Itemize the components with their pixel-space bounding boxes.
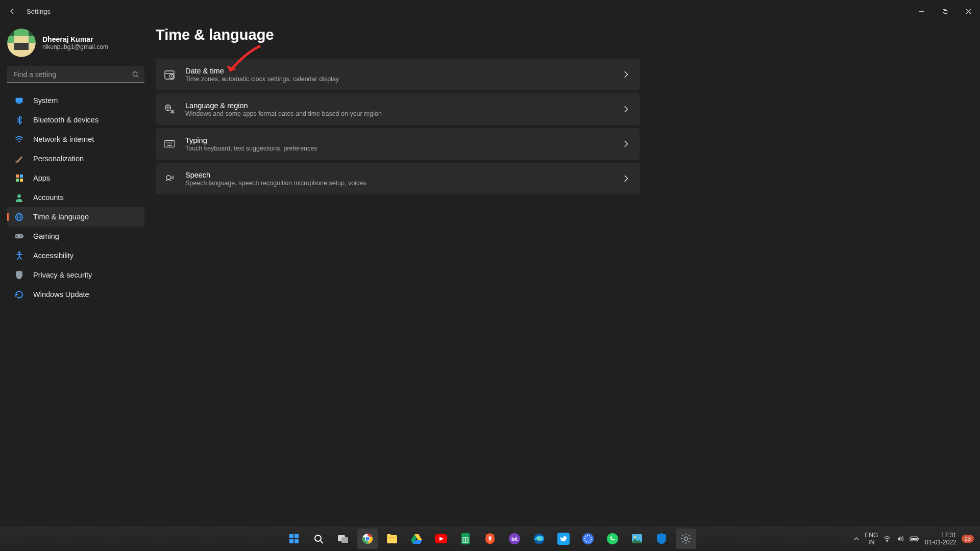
svg-point-19 (20, 236, 21, 237)
svg-rect-6 (17, 103, 20, 104)
app-title: Settings (27, 8, 51, 15)
sidebar-item-label: Gaming (33, 232, 59, 240)
sidebar-item-system[interactable]: System (7, 91, 144, 110)
svg-rect-11 (16, 179, 19, 182)
bluetooth-icon (14, 116, 24, 124)
taskbar-security-icon[interactable] (651, 529, 672, 549)
sidebar-item-label: Accessibility (33, 252, 74, 260)
wifi-icon (14, 136, 24, 143)
monitor-icon (14, 96, 24, 105)
language-indicator[interactable]: ENG IN (865, 532, 878, 546)
card-subtitle: Speech language, speech recognition micr… (185, 180, 366, 187)
sidebar-item-network-internet[interactable]: Network & internet (7, 130, 144, 149)
chevron-right-icon (623, 71, 628, 78)
taskbar-photos-icon[interactable] (627, 529, 647, 549)
calendar-icon (164, 69, 175, 80)
taskbar-right: ENG IN 17:31 01-01-2022 23 (853, 532, 980, 546)
svg-rect-9 (16, 174, 19, 178)
titlebar: Settings (0, 0, 980, 22)
shield-icon (14, 270, 24, 280)
sidebar-item-accounts[interactable]: Accounts (7, 188, 144, 207)
notification-badge[interactable]: 23 (962, 535, 974, 543)
svg-point-64 (684, 537, 688, 541)
sidebar-item-gaming[interactable]: Gaming (7, 227, 144, 246)
tray-expand-chevron-icon[interactable] (853, 536, 860, 542)
sidebar-item-bluetooth-devices[interactable]: Bluetooth & devices (7, 110, 144, 130)
card-title: Date & time (185, 67, 339, 75)
update-icon (14, 290, 24, 299)
svg-text:bit: bit (511, 536, 518, 542)
taskbar-clock[interactable]: 17:31 01-01-2022 (925, 532, 956, 546)
user-email: nikunpubg1@gmail.com (42, 43, 108, 51)
svg-point-47 (365, 537, 370, 541)
svg-point-8 (15, 160, 17, 162)
profile-block[interactable]: Dheeraj Kumar nikunpubg1@gmail.com (7, 28, 144, 66)
taskbar-brave-icon[interactable] (480, 529, 500, 549)
back-button[interactable] (7, 7, 17, 15)
battery-icon[interactable] (910, 536, 920, 542)
svg-text:字: 字 (170, 110, 175, 115)
svg-point-41 (315, 535, 321, 541)
wifi-icon[interactable] (883, 535, 891, 543)
sidebar-item-accessibility[interactable]: Accessibility (7, 246, 144, 265)
maximize-button[interactable] (933, 0, 957, 22)
nav-list: SystemBluetooth & devicesNetwork & inter… (7, 91, 144, 304)
taskbar-explorer-icon[interactable] (382, 529, 402, 549)
sidebar-item-privacy-security[interactable]: Privacy & security (7, 265, 144, 285)
page-title: Time & language (156, 27, 968, 43)
search-icon (132, 71, 139, 79)
svg-point-59 (582, 533, 594, 544)
svg-point-29 (169, 142, 170, 143)
grid-icon (14, 174, 24, 182)
taskbar-twitter-icon[interactable] (553, 529, 574, 549)
settings-card-language-region[interactable]: 字Language & regionWindows and some apps … (156, 93, 640, 125)
sidebar-item-label: Apps (33, 174, 50, 182)
sidebar-item-apps[interactable]: Apps (7, 168, 144, 188)
search-box[interactable] (7, 66, 144, 83)
sidebar-item-windows-update[interactable]: Windows Update (7, 285, 144, 304)
sidebar-item-label: Windows Update (33, 290, 89, 298)
svg-point-3 (133, 72, 137, 76)
svg-point-7 (18, 141, 20, 142)
taskbar-whatsapp-icon[interactable] (602, 529, 623, 549)
card-title: Speech (185, 171, 366, 179)
taskbar-sheets-icon[interactable] (455, 529, 476, 549)
taskbar-taskview-icon[interactable] (333, 529, 353, 549)
svg-point-61 (607, 533, 618, 544)
sidebar-item-label: System (33, 96, 58, 105)
search-input[interactable] (7, 66, 144, 83)
svg-point-28 (168, 142, 168, 143)
taskbar-edge-icon[interactable] (529, 529, 549, 549)
svg-line-42 (321, 541, 323, 543)
taskbar-bit-icon[interactable]: bit (504, 529, 525, 549)
sidebar-item-time-language[interactable]: Time & language (7, 207, 144, 227)
settings-card-speech[interactable]: SpeechSpeech language, speech recognitio… (156, 163, 640, 194)
chevron-right-icon (623, 175, 628, 182)
svg-point-13 (17, 194, 21, 197)
svg-rect-10 (20, 174, 23, 178)
svg-rect-38 (295, 534, 299, 538)
svg-rect-48 (387, 537, 397, 538)
svg-rect-12 (20, 179, 23, 182)
sidebar: Dheeraj Kumar nikunpubg1@gmail.com Syste… (0, 22, 152, 527)
minimize-button[interactable] (910, 0, 933, 22)
taskbar-chrome-icon[interactable] (357, 529, 378, 549)
keyboard-icon (164, 139, 175, 148)
volume-icon[interactable] (896, 535, 904, 543)
taskbar-drive-icon[interactable] (406, 529, 427, 549)
sidebar-item-label: Personalization (33, 155, 84, 163)
person-icon (14, 193, 24, 202)
sidebar-item-personalization[interactable]: Personalization (7, 149, 144, 168)
taskbar-settings-icon[interactable] (676, 529, 696, 549)
svg-point-31 (166, 143, 166, 144)
settings-card-date-time[interactable]: Date & timeTime zones, automatic clock s… (156, 59, 640, 90)
taskbar-search-icon[interactable] (308, 529, 329, 549)
taskbar-youtube-icon[interactable] (431, 529, 451, 549)
taskbar-start-icon[interactable] (284, 529, 304, 549)
card-title: Typing (185, 136, 317, 144)
close-button[interactable] (957, 0, 980, 22)
svg-point-34 (172, 143, 172, 144)
card-subtitle: Windows and some apps format dates and t… (185, 110, 382, 117)
settings-card-typing[interactable]: TypingTouch keyboard, text suggestions, … (156, 128, 640, 160)
taskbar-signal-icon[interactable] (578, 529, 598, 549)
